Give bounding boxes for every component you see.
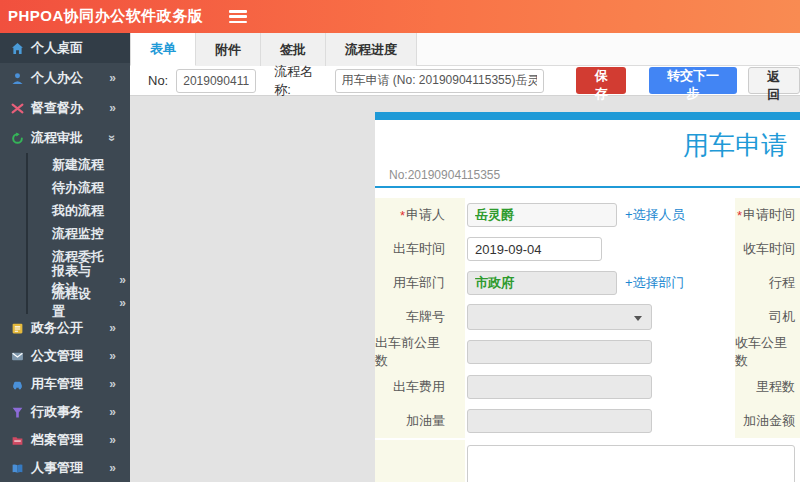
departure-time-input[interactable] bbox=[467, 237, 602, 261]
trip-cost-input[interactable] bbox=[467, 375, 652, 399]
app-header: PHPOA协同办公软件政务版 bbox=[0, 0, 800, 33]
hamburger-menu-icon[interactable] bbox=[229, 10, 247, 23]
archive-icon bbox=[10, 433, 24, 447]
reason-textarea[interactable] bbox=[467, 445, 795, 482]
vehicle-application-form-panel: 用车申请 No:20190904115355 *申请人 +选择人员 *申请时间 … bbox=[375, 112, 800, 482]
chevron-right-icon: » bbox=[109, 377, 120, 391]
chevron-down-icon: » bbox=[106, 135, 120, 142]
submenu-item-pending-workflow[interactable]: 待办流程 bbox=[28, 176, 130, 199]
submenu-item-workflow-monitor[interactable]: 流程监控 bbox=[28, 222, 130, 245]
tab-progress[interactable]: 流程进度 bbox=[326, 33, 417, 66]
vehicle-department-label: 用车部门 bbox=[375, 266, 465, 300]
forward-next-step-button[interactable]: 转交下一步 bbox=[649, 67, 736, 94]
form-no-line: No:20190904115355 bbox=[375, 162, 800, 186]
workflow-no-input[interactable] bbox=[176, 69, 256, 93]
chevron-right-icon: » bbox=[109, 433, 120, 447]
sidebar-item-document-management[interactable]: 公文管理 » bbox=[0, 342, 130, 370]
main-area: 表单 附件 签批 流程进度 No: 流程名称: 保存 转交下一步 返回 用车申请… bbox=[130, 33, 800, 482]
chevron-right-icon: » bbox=[109, 405, 120, 419]
fuel-amount-label: 加油量 bbox=[375, 404, 465, 438]
workflow-icon bbox=[10, 131, 24, 145]
sidebar-item-administrative-affairs[interactable]: 行政事务 » bbox=[0, 398, 130, 426]
form-row-license-plate: 车牌号 司机 bbox=[375, 300, 800, 334]
toolbar: No: 流程名称: 保存 转交下一步 返回 bbox=[130, 66, 800, 96]
open-gov-icon bbox=[10, 321, 24, 335]
form-divider bbox=[375, 186, 800, 188]
submenu-item-my-workflow[interactable]: 我的流程 bbox=[28, 199, 130, 222]
workflow-submenu: 新建流程 待办流程 我的流程 流程监控 流程委托 报表与统计» 流程设置» bbox=[26, 153, 130, 314]
form-row-departure-time: 出车时间 收车时间 bbox=[375, 232, 800, 266]
dropdown-caret-icon bbox=[634, 316, 642, 321]
departure-time-label: 出车时间 bbox=[375, 232, 465, 266]
sidebar-item-personal-desktop[interactable]: 个人桌面 bbox=[0, 33, 130, 63]
chevron-right-icon: » bbox=[119, 296, 130, 310]
vehicle-icon bbox=[10, 377, 24, 391]
tab-attachment[interactable]: 附件 bbox=[196, 33, 261, 66]
form-row-department: 用车部门 +选择部门 行程 bbox=[375, 266, 800, 300]
sidebar-item-vehicle-management[interactable]: 用车管理 » bbox=[0, 370, 130, 398]
sidebar: 个人桌面 个人办公 » 督查督办 » 流程审批 » 新建流程 待办流程 我的流程… bbox=[0, 33, 130, 482]
tab-form[interactable]: 表单 bbox=[130, 33, 196, 66]
chevron-right-icon: » bbox=[109, 321, 120, 335]
workflow-name-input[interactable] bbox=[335, 69, 545, 93]
mileage-label: 里程数 bbox=[735, 370, 800, 404]
supervise-icon bbox=[10, 101, 24, 115]
select-department-link[interactable]: +选择部门 bbox=[625, 274, 685, 292]
license-plate-label: 车牌号 bbox=[375, 300, 465, 334]
form-row-km-before: 出车前公里数 收车公里数 bbox=[375, 334, 800, 370]
form-row-reason: 申请事由 bbox=[375, 440, 800, 482]
return-time-label: 收车时间 bbox=[735, 232, 800, 266]
admin-icon bbox=[10, 405, 24, 419]
chevron-right-icon: » bbox=[119, 273, 130, 287]
tab-approval[interactable]: 签批 bbox=[261, 33, 326, 66]
submenu-item-workflow-settings[interactable]: 流程设置» bbox=[28, 291, 130, 314]
form-row-fuel-amount: 加油量 加油金额 bbox=[375, 404, 800, 438]
km-before-input[interactable] bbox=[467, 340, 652, 364]
form-title: 用车申请 bbox=[375, 120, 800, 162]
submenu-item-new-workflow[interactable]: 新建流程 bbox=[28, 153, 130, 176]
chevron-right-icon: » bbox=[109, 349, 120, 363]
panel-top-bar bbox=[375, 112, 800, 120]
km-before-label: 出车前公里数 bbox=[375, 334, 465, 370]
fuel-cost-label: 加油金额 bbox=[735, 404, 800, 438]
workflow-name-label: 流程名称: bbox=[274, 63, 326, 99]
sidebar-item-open-government[interactable]: 政务公开 » bbox=[0, 314, 130, 342]
driver-label: 司机 bbox=[735, 300, 800, 334]
chevron-right-icon: » bbox=[109, 461, 120, 475]
sidebar-item-workflow-approval[interactable]: 流程审批 » bbox=[0, 123, 130, 153]
sidebar-item-archive-management[interactable]: 档案管理 » bbox=[0, 426, 130, 454]
form-fields: *申请人 +选择人员 *申请时间 出车时间 收车时间 bbox=[375, 198, 800, 482]
reason-label: 申请事由 bbox=[375, 440, 465, 482]
trip-cost-label: 出车费用 bbox=[375, 370, 465, 404]
user-icon bbox=[10, 71, 24, 85]
itinerary-label: 行程 bbox=[735, 266, 800, 300]
document-icon bbox=[10, 349, 24, 363]
chevron-right-icon: » bbox=[109, 101, 120, 115]
app-title: PHPOA协同办公软件政务版 bbox=[0, 7, 203, 26]
sidebar-item-personal-office[interactable]: 个人办公 » bbox=[0, 63, 130, 93]
no-label: No: bbox=[148, 73, 168, 88]
applicant-input[interactable] bbox=[467, 203, 617, 227]
select-person-link[interactable]: +选择人员 bbox=[625, 206, 685, 224]
required-mark: * bbox=[400, 208, 405, 223]
content-area: 用车申请 No:20190904115355 *申请人 +选择人员 *申请时间 … bbox=[130, 96, 800, 482]
vehicle-department-input[interactable] bbox=[467, 271, 617, 295]
fuel-amount-input[interactable] bbox=[467, 409, 652, 433]
form-row-applicant: *申请人 +选择人员 *申请时间 bbox=[375, 198, 800, 232]
hr-icon bbox=[10, 461, 24, 475]
applicant-label: 申请人 bbox=[406, 206, 445, 224]
back-button[interactable]: 返回 bbox=[748, 67, 800, 94]
save-button[interactable]: 保存 bbox=[576, 67, 626, 94]
required-mark: * bbox=[737, 208, 742, 223]
home-icon bbox=[10, 41, 24, 55]
license-plate-select[interactable] bbox=[467, 304, 652, 330]
apply-time-label: 申请时间 bbox=[743, 206, 795, 224]
tab-bar: 表单 附件 签批 流程进度 bbox=[130, 33, 800, 66]
sidebar-item-hr-management[interactable]: 人事管理 » bbox=[0, 454, 130, 482]
form-row-trip-cost: 出车费用 里程数 bbox=[375, 370, 800, 404]
km-return-label: 收车公里数 bbox=[735, 334, 800, 370]
chevron-right-icon: » bbox=[109, 71, 120, 85]
sidebar-item-supervision[interactable]: 督查督办 » bbox=[0, 93, 130, 123]
